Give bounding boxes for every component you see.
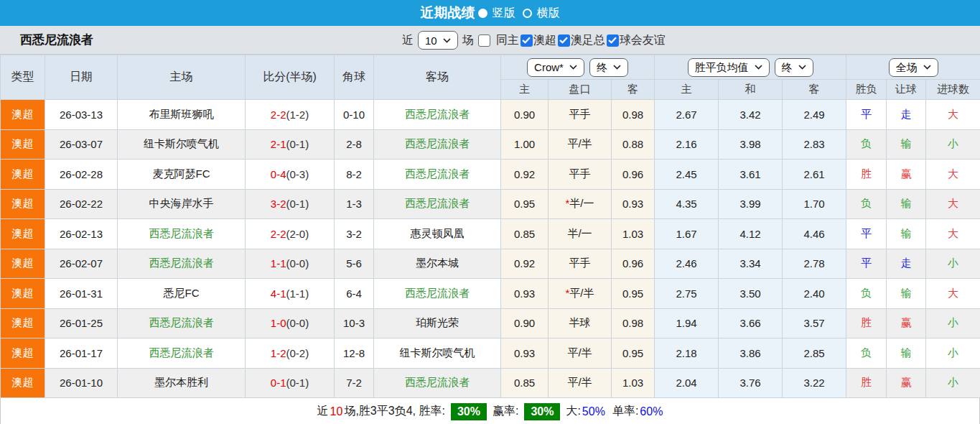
match-count-select[interactable]: 10 xyxy=(418,31,458,50)
filter-checkbox-label[interactable]: 球会友谊 xyxy=(620,33,666,48)
handicap-cell: 平/半 xyxy=(549,338,612,369)
away-team-cell[interactable]: 墨尔本城 xyxy=(374,249,501,279)
home-team-cell[interactable]: 西悉尼流浪者 xyxy=(118,308,246,338)
layout-radio-horizontal[interactable]: 横版 xyxy=(523,6,560,21)
sub-header-avg-draw: 和 xyxy=(719,80,783,100)
away-team-cell[interactable]: 西悉尼流浪者 xyxy=(374,189,501,219)
radio-label-horizontal[interactable]: 横版 xyxy=(537,6,560,21)
score-cell[interactable]: 4-1(1-1) xyxy=(246,279,335,309)
match-date-cell: 26-01-10 xyxy=(45,368,118,398)
single-value: 60% xyxy=(640,405,663,418)
away-odds-cell: 0.95 xyxy=(612,338,655,369)
halftime-score: (0-1) xyxy=(286,377,309,389)
layout-radio-vertical[interactable]: 竖版 xyxy=(482,6,515,21)
avg-home-cell: 2.67 xyxy=(655,100,719,130)
filter-controls: 近 10 场 同主澳超澳足总球会友谊 xyxy=(402,26,667,55)
handicap-result-cell: 输 xyxy=(887,338,926,369)
away-team-cell[interactable]: 西悉尼流浪者 xyxy=(374,368,501,398)
radio-unselected-icon[interactable] xyxy=(523,9,532,18)
score-cell[interactable]: 0-1(0-1) xyxy=(246,368,335,398)
handicap-cell: 平手 xyxy=(549,160,612,190)
avg-type-select[interactable]: 胜平负均值 xyxy=(688,58,770,77)
score-cell[interactable]: 1-2(0-2) xyxy=(246,338,335,369)
filter-checkbox-label[interactable]: 同主 xyxy=(496,33,519,48)
profit-rate-badge: 30% xyxy=(524,403,560,420)
league-type-cell: 澳超 xyxy=(1,368,45,398)
checkbox-checked-icon[interactable] xyxy=(558,34,570,47)
filter-checkbox-同主[interactable]: 同主 xyxy=(478,33,519,48)
fulltime-score: 2-2 xyxy=(271,109,286,121)
radio-selected-icon[interactable] xyxy=(478,9,487,18)
home-team-cell[interactable]: 纽卡斯尔喷气机 xyxy=(118,129,246,160)
checkbox-checked-icon[interactable] xyxy=(607,34,619,47)
handicap-result-cell: 输 xyxy=(887,279,926,309)
away-team-cell[interactable]: 西悉尼流浪者 xyxy=(374,100,501,130)
sub-header-odds-away: 客 xyxy=(612,80,655,100)
score-cell[interactable]: 1-1(0-0) xyxy=(246,249,335,279)
away-team-cell[interactable]: 西悉尼流浪者 xyxy=(374,129,501,160)
score-cell[interactable]: 2-2(1-2) xyxy=(246,100,335,130)
away-team-cell[interactable]: 纽卡斯尔喷气机 xyxy=(374,338,501,369)
score-cell[interactable]: 0-4(0-3) xyxy=(246,160,335,190)
away-team-cell[interactable]: 西悉尼流浪者 xyxy=(374,160,501,190)
handicap-cell: 平/半 xyxy=(549,129,612,160)
result-scope-select[interactable]: 全场 xyxy=(889,58,938,77)
corner-cell: 7-2 xyxy=(335,368,374,398)
handicap-result-cell: 走 xyxy=(887,249,926,279)
match-row: 澳超26-01-10墨尔本胜利0-1(0-1)7-2西悉尼流浪者0.85平/半1… xyxy=(1,368,980,398)
filter-checkbox-label[interactable]: 澳足总 xyxy=(571,33,605,48)
score-cell[interactable]: 1-0(0-0) xyxy=(246,308,335,338)
home-team-cell[interactable]: 西悉尼流浪者 xyxy=(118,219,246,249)
handicap-cell: *平/半 xyxy=(549,279,612,309)
avg-home-cell: 2.16 xyxy=(655,129,719,160)
sub-header-goals: 进球数 xyxy=(926,80,980,100)
corner-cell: 10-3 xyxy=(335,308,374,338)
changed-handicap-star: * xyxy=(565,287,569,299)
sub-header-wdl: 胜负 xyxy=(846,80,887,100)
filter-checkbox-澳超[interactable]: 澳超 xyxy=(521,33,556,48)
filter-checkbox-label[interactable]: 澳超 xyxy=(533,33,556,48)
home-team-cell[interactable]: 西悉尼流浪者 xyxy=(118,249,246,279)
halftime-score: (1-1) xyxy=(286,287,309,300)
home-team-cell[interactable]: 墨尔本胜利 xyxy=(118,368,246,398)
fulltime-score: 1-0 xyxy=(271,317,286,329)
halftime-score: (0-0) xyxy=(286,257,309,269)
bookmaker-select[interactable]: Crow* xyxy=(527,58,584,77)
score-cell[interactable]: 2-1(0-1) xyxy=(246,129,335,160)
checkbox-checked-icon[interactable] xyxy=(521,34,533,47)
away-team-cell[interactable]: 惠灵顿凤凰 xyxy=(374,219,501,249)
home-team-cell[interactable]: 西悉尼流浪者 xyxy=(118,338,246,369)
chevron-down-icon xyxy=(569,65,577,70)
radio-label-vertical[interactable]: 竖版 xyxy=(493,6,515,21)
odds-period-select[interactable]: 终 xyxy=(589,58,628,77)
home-team-cell[interactable]: 布里斯班狮吼 xyxy=(118,100,246,130)
home-odds-cell: 0.90 xyxy=(501,100,549,130)
away-team-cell[interactable]: 珀斯光荣 xyxy=(374,308,501,338)
avg-away-cell: 1.70 xyxy=(783,189,846,219)
handicap-result-cell: 输 xyxy=(887,129,926,160)
avg-draw-cell: 3.34 xyxy=(719,249,783,279)
win-rate-badge: 30% xyxy=(451,403,487,420)
home-team-cell[interactable]: 麦克阿瑟FC xyxy=(118,160,246,190)
wdl-result-cell: 负 xyxy=(846,189,887,219)
filter-checkbox-澳足总[interactable]: 澳足总 xyxy=(558,33,605,48)
big-value: 50% xyxy=(582,405,605,418)
match-date-cell: 26-01-31 xyxy=(45,279,118,309)
match-date-cell: 26-02-22 xyxy=(45,189,118,219)
home-team-cell[interactable]: 悉尼FC xyxy=(118,279,246,309)
handicap-result-cell: 输 xyxy=(887,189,926,219)
home-team-cell[interactable]: 中央海岸水手 xyxy=(118,189,246,219)
away-odds-cell: 0.96 xyxy=(612,249,655,279)
checkbox-unchecked-icon[interactable] xyxy=(478,34,490,47)
col-header-score: 比分(半场) xyxy=(246,55,335,100)
wdl-result-cell: 平 xyxy=(846,100,887,130)
avg-period-select[interactable]: 终 xyxy=(775,58,813,77)
filter-checkbox-球会友谊[interactable]: 球会友谊 xyxy=(607,33,666,48)
avg-home-cell: 4.35 xyxy=(655,189,719,219)
match-row: 澳超26-02-22中央海岸水手3-2(0-1)1-3西悉尼流浪者0.95*半/… xyxy=(1,189,980,219)
score-cell[interactable]: 3-2(0-1) xyxy=(246,189,335,219)
handicap-cell: *半/一 xyxy=(549,189,612,219)
away-team-cell[interactable]: 西悉尼流浪者 xyxy=(374,279,501,309)
team-name: 西悉尼流浪者 xyxy=(20,32,93,48)
score-cell[interactable]: 2-2(2-0) xyxy=(246,219,335,249)
